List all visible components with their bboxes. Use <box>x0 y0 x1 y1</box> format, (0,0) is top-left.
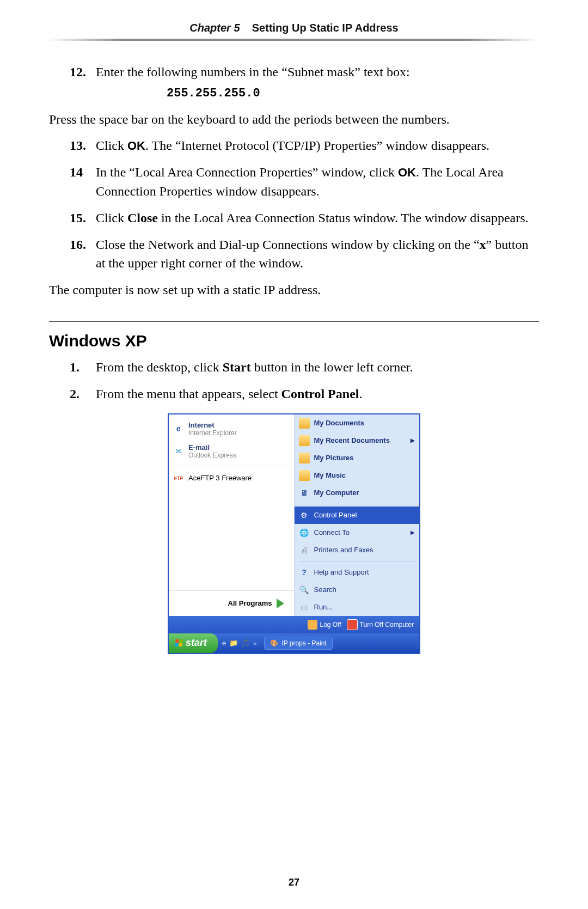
chapter-header: Chapter 5 Setting Up Static IP Address <box>49 22 539 34</box>
startmenu-item-printers[interactable]: 🖨Printers and Faxes <box>295 541 420 559</box>
startmenu-item-connect-to[interactable]: 🌐Connect To▶ <box>295 524 420 541</box>
page-number: 27 <box>0 877 588 888</box>
step-number: 15. <box>70 209 96 228</box>
startmenu-item-my-pictures[interactable]: My Pictures <box>295 449 420 467</box>
windows-flag-icon <box>175 639 183 646</box>
paragraph: The computer is now set up with a static… <box>49 280 539 300</box>
arrow-right-icon <box>277 599 284 608</box>
step-16: 16. Close the Network and Dial-up Connec… <box>70 235 539 273</box>
xp-step-1: 1. From the desktop, click Start button … <box>70 358 539 377</box>
step-number: 16. <box>70 235 96 273</box>
start-menu-bottom-bar: Log Off Turn Off Computer <box>169 616 419 633</box>
start-menu-screenshot: e InternetInternet Explorer ✉ E-mailOutl… <box>168 413 420 654</box>
step-number: 1. <box>70 358 96 377</box>
step-number: 2. <box>70 385 96 404</box>
chevron-right-icon: ▶ <box>411 529 415 535</box>
step-14: 14 In the “Local Area Connection Propert… <box>70 163 539 201</box>
chapter-label: Chapter 5 <box>189 22 240 34</box>
startmenu-item-aceftp[interactable]: FTP AceFTP 3 Freeware <box>171 469 292 487</box>
startmenu-item-my-documents[interactable]: My Documents <box>295 414 420 432</box>
startmenu-item-help[interactable]: ?Help and Support <box>295 564 420 581</box>
step-text: From the desktop, click Start button in … <box>96 358 539 377</box>
turn-off-button[interactable]: Turn Off Computer <box>347 619 414 630</box>
step-text: Enter the following numbers in the “Subn… <box>96 63 539 102</box>
quick-launch-expand[interactable]: » <box>253 640 256 646</box>
step-text: Click Close in the Local Area Connection… <box>96 209 539 228</box>
ftp-icon: FTP <box>173 473 184 484</box>
start-menu-right-column: My Documents My Recent Documents▶ My Pic… <box>295 414 420 616</box>
step-15: 15. Click Close in the Local Area Connec… <box>70 209 539 228</box>
log-off-button[interactable]: Log Off <box>308 620 341 630</box>
key-icon <box>308 620 317 630</box>
folder-icon <box>299 470 310 481</box>
section-heading: Windows XP <box>49 332 539 350</box>
step-text: From the menu that appears, select Contr… <box>96 385 539 404</box>
run-icon: ▭ <box>299 602 310 613</box>
step-text: Close the Network and Dial-up Connection… <box>96 235 539 273</box>
subnet-mask-value: 255.255.255.0 <box>167 85 539 102</box>
search-icon: 🔍 <box>299 584 310 595</box>
step-12: 12. Enter the following numbers in the “… <box>70 63 539 102</box>
taskbar: start e 📁 🎵 » 🎨 IP props - Paint <box>169 633 419 653</box>
section-rule <box>49 321 539 322</box>
startmenu-item-my-music[interactable]: My Music <box>295 467 420 484</box>
startmenu-item-my-recent-documents[interactable]: My Recent Documents▶ <box>295 432 420 449</box>
all-programs-button[interactable]: All Programs <box>169 590 294 616</box>
paint-icon: 🎨 <box>270 639 278 647</box>
step-number: 14 <box>70 163 96 201</box>
startmenu-item-search[interactable]: 🔍Search <box>295 581 420 599</box>
power-icon <box>347 619 358 630</box>
step-text: Click OK. The “Internet Protocol (TCP/IP… <box>96 136 539 155</box>
computer-icon: 🖥 <box>299 487 310 498</box>
startmenu-item-internet[interactable]: e InternetInternet Explorer <box>171 418 292 440</box>
step-number: 12. <box>70 63 96 102</box>
printer-icon: 🖨 <box>299 545 310 556</box>
step-text: In the “Local Area Connection Properties… <box>96 163 539 201</box>
folder-icon <box>299 418 310 429</box>
network-icon: 🌐 <box>299 527 310 538</box>
chapter-title: Setting Up Static IP Address <box>252 22 399 34</box>
ie-icon[interactable]: e <box>222 639 226 647</box>
taskbar-item-paint[interactable]: 🎨 IP props - Paint <box>264 637 333 650</box>
step-number: 13. <box>70 136 96 155</box>
folder-icon <box>299 453 310 463</box>
quick-launch: e 📁 🎵 » <box>218 639 261 647</box>
email-icon: ✉ <box>173 446 184 456</box>
ie-icon: e <box>173 423 184 434</box>
startmenu-item-email[interactable]: ✉ E-mailOutlook Express <box>171 440 292 462</box>
folder-icon <box>299 435 310 446</box>
xp-step-2: 2. From the menu that appears, select Co… <box>70 385 539 404</box>
step-13: 13. Click OK. The “Internet Protocol (TC… <box>70 136 539 155</box>
header-rule <box>49 39 539 41</box>
paragraph: Press the space bar on the keyboard to a… <box>49 110 539 129</box>
start-button[interactable]: start <box>169 633 218 653</box>
explorer-icon[interactable]: 📁 <box>229 639 238 647</box>
start-menu-left-column: e InternetInternet Explorer ✉ E-mailOutl… <box>169 414 295 616</box>
media-icon[interactable]: 🎵 <box>241 639 250 647</box>
startmenu-item-run[interactable]: ▭Run... <box>295 599 420 616</box>
startmenu-item-my-computer[interactable]: 🖥My Computer <box>295 484 420 502</box>
chevron-right-icon: ▶ <box>411 437 415 443</box>
help-icon: ? <box>299 567 310 578</box>
control-panel-icon: ⚙ <box>299 510 310 521</box>
startmenu-item-control-panel[interactable]: ⚙Control Panel <box>295 507 420 524</box>
